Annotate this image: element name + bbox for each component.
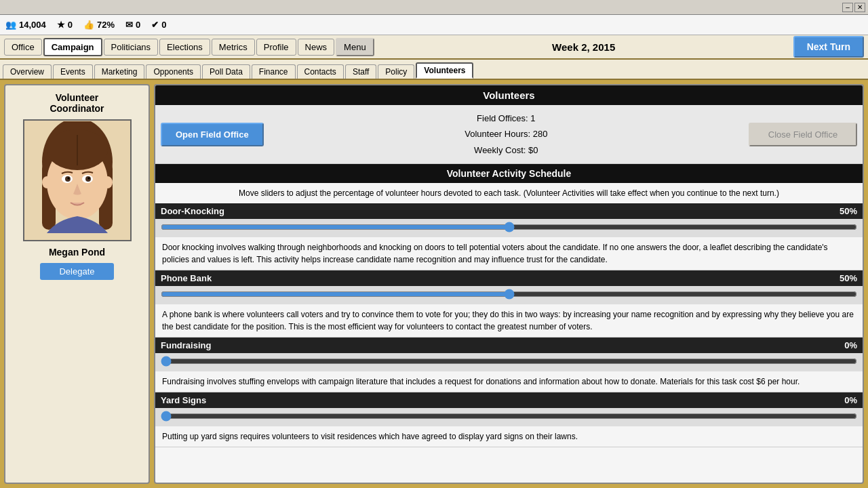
activity-slider-row-0 — [155, 219, 863, 237]
close-button[interactable]: ✕ — [854, 3, 865, 12]
sub-tab-marketing[interactable]: Marketing — [94, 64, 145, 79]
activity-slider-row-3 — [155, 408, 863, 426]
delegate-button[interactable]: Delegate — [40, 263, 113, 280]
sub-tab-policy[interactable]: Policy — [378, 64, 414, 79]
sub-tab-poll-data[interactable]: Poll Data — [202, 64, 250, 79]
approval-value: 72% — [97, 20, 115, 30]
left-panel: Volunteer Coordinator — [4, 84, 150, 484]
check-stat: ✔ 0 — [151, 20, 166, 30]
activity-schedule-header: Volunteer Activity Schedule — [155, 164, 863, 183]
approval-stat: 👍 72% — [83, 20, 115, 30]
mail-icon: ✉ — [125, 20, 133, 30]
activity-name-2: Fundraising — [161, 340, 211, 350]
office-nav-btn[interactable]: Office — [4, 39, 42, 56]
activity-name-3: Yard Signs — [161, 395, 206, 405]
avatar-box — [23, 119, 132, 241]
menu-nav-btn[interactable]: Menu — [336, 38, 374, 56]
activity-name-0: Door-Knocking — [161, 206, 224, 216]
activity-label-2: Fundraising0% — [155, 338, 863, 353]
svg-point-14 — [87, 177, 90, 179]
activity-slider-1[interactable] — [161, 289, 857, 300]
sub-tab-overview[interactable]: Overview — [3, 64, 52, 79]
coordinator-title: Volunteer Coordinator — [50, 92, 104, 114]
activity-percent-0: 50% — [840, 206, 857, 216]
followers-icon: 👥 — [5, 20, 16, 30]
open-field-office-button[interactable]: Open Field Office — [161, 123, 264, 146]
activity-slider-2[interactable] — [161, 356, 857, 367]
activity-desc-3: Putting up yard signs requires volunteer… — [155, 426, 863, 447]
nav-bar: Office Campaign Politicians Elections Me… — [0, 35, 868, 60]
campaign-nav-btn[interactable]: Campaign — [43, 38, 102, 56]
activity-desc-1: A phone bank is where volunteers call vo… — [155, 304, 863, 338]
svg-point-8 — [103, 176, 113, 188]
activity-desc-2: Fundraising involves stuffing envelops w… — [155, 371, 863, 392]
activity-desc-0: Door knocking involves walking through n… — [155, 237, 863, 270]
star-stat: ★ 0 — [57, 20, 73, 30]
activity-slider-3[interactable] — [161, 411, 857, 422]
metrics-nav-btn[interactable]: Metrics — [212, 39, 255, 56]
sub-tab-staff[interactable]: Staff — [345, 64, 376, 79]
volunteers-header: Volunteers — [155, 85, 863, 105]
activity-slider-row-2 — [155, 353, 863, 371]
thumb-icon: 👍 — [83, 20, 94, 30]
activity-label-3: Yard Signs0% — [155, 392, 863, 408]
next-turn-button[interactable]: Next Turn — [793, 36, 864, 58]
activity-percent-3: 0% — [844, 395, 857, 405]
activity-percent-2: 0% — [844, 340, 857, 350]
stats-bar: 👥 14,004 ★ 0 👍 72% ✉ 0 ✔ 0 — [0, 15, 868, 35]
title-bar: – ✕ — [0, 0, 868, 15]
activity-name-1: Phone Bank — [161, 273, 212, 283]
mail-stat: ✉ 0 — [125, 20, 140, 30]
activity-label-0: Door-Knocking50% — [155, 203, 863, 219]
minimize-button[interactable]: – — [842, 3, 853, 12]
field-offices-row: Open Field Office Field Offices: 1 Volun… — [155, 105, 863, 164]
svg-point-13 — [67, 177, 69, 179]
elections-nav-btn[interactable]: Elections — [159, 39, 210, 56]
schedule-instructions: Move sliders to adjust the percentage of… — [155, 183, 863, 203]
coordinator-name: Megan Pond — [49, 247, 105, 258]
sub-nav: OverviewEventsMarketingOpponentsPoll Dat… — [0, 60, 868, 80]
mail-count: 0 — [136, 20, 140, 30]
followers-stat: 👥 14,004 — [5, 20, 46, 30]
sub-tab-volunteers[interactable]: Volunteers — [416, 62, 473, 79]
main-content: Volunteer Coordinator — [0, 80, 868, 488]
followers-count: 14,004 — [19, 20, 46, 30]
sub-tab-contacts[interactable]: Contacts — [297, 64, 344, 79]
sub-tab-events[interactable]: Events — [53, 64, 93, 79]
weekly-cost: Weekly Cost: $0 — [271, 142, 742, 158]
volunteer-hours: Volunteer Hours: 280 — [271, 126, 742, 142]
sub-tab-finance[interactable]: Finance — [252, 64, 296, 79]
week-display: Week 2, 2015 — [376, 41, 792, 53]
activity-slider-0[interactable] — [161, 222, 857, 232]
svg-point-7 — [42, 176, 52, 188]
activity-slider-row-1 — [155, 286, 863, 304]
right-panel: Volunteers Open Field Office Field Offic… — [154, 84, 864, 484]
star-count: 0 — [68, 20, 73, 30]
politicians-nav-btn[interactable]: Politicians — [104, 39, 159, 56]
close-field-office-button[interactable]: Close Field Office — [749, 123, 857, 146]
activities-container: Door-Knocking50%Door knocking involves w… — [155, 203, 863, 447]
check-count: 0 — [161, 20, 166, 30]
field-stats: Field Offices: 1 Volunteer Hours: 280 We… — [271, 110, 742, 158]
star-icon: ★ — [57, 20, 65, 30]
sub-tab-opponents[interactable]: Opponents — [146, 64, 201, 79]
check-icon: ✔ — [151, 20, 159, 30]
activity-percent-1: 50% — [840, 273, 857, 283]
activity-label-1: Phone Bank50% — [155, 270, 863, 286]
news-nav-btn[interactable]: News — [298, 39, 335, 56]
profile-nav-btn[interactable]: Profile — [256, 39, 296, 56]
field-offices-count: Field Offices: 1 — [271, 110, 742, 126]
